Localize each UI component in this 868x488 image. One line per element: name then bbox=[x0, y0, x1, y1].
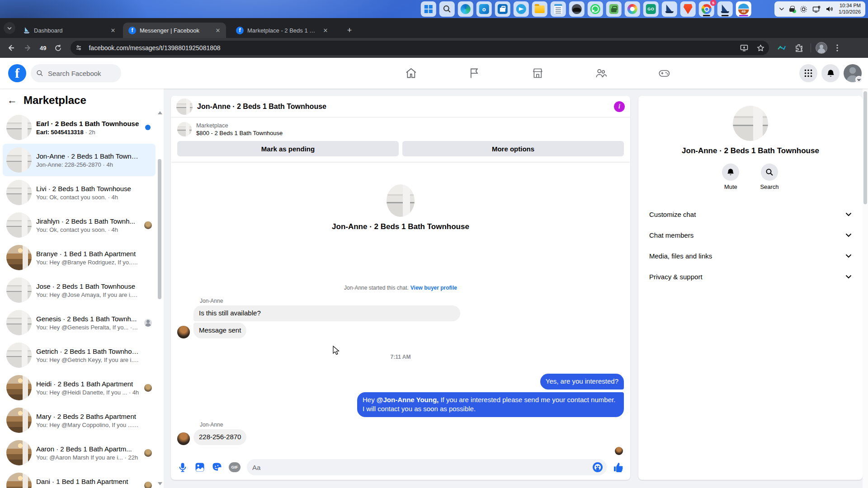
sticker-button[interactable] bbox=[212, 462, 222, 473]
sidebar-scrollbar[interactable] bbox=[157, 110, 162, 486]
scroll-up-arrow[interactable] bbox=[158, 111, 162, 114]
forward-button[interactable] bbox=[21, 41, 35, 55]
tab-close-icon[interactable]: ✕ bbox=[322, 27, 329, 34]
profile-avatar[interactable] bbox=[844, 64, 862, 82]
search-action[interactable]: Search bbox=[760, 164, 778, 190]
taskbar-colorwheel-button[interactable] bbox=[625, 1, 640, 17]
scroll-down-arrow[interactable] bbox=[158, 482, 162, 485]
new-tab-button[interactable]: + bbox=[344, 24, 355, 36]
browser-profile-avatar[interactable] bbox=[816, 42, 827, 54]
taskbar-explorer-button[interactable] bbox=[532, 1, 547, 17]
conversation-item[interactable]: Heidi · 2 Beds 1 Bath Apartment You: Hey… bbox=[3, 371, 156, 404]
chat-avatar[interactable] bbox=[176, 99, 193, 115]
url-bar[interactable]: facebook.com/messages/t/1398801925081808 bbox=[71, 41, 769, 55]
tab-dashboard[interactable]: Dashboard ✕ bbox=[18, 23, 121, 38]
taskbar-sailboat2-button[interactable] bbox=[717, 1, 733, 17]
taskbar-brave-button[interactable] bbox=[680, 1, 696, 17]
taskbar-store-button[interactable] bbox=[495, 1, 510, 17]
taskbar-vpn-button[interactable] bbox=[606, 1, 622, 17]
tab-close-icon[interactable]: ✕ bbox=[214, 27, 222, 34]
extensions-puzzle-icon[interactable] bbox=[792, 41, 806, 55]
conversation-item[interactable]: Aaron · 2 Beds 1 Bath Apartm... You: @Aa… bbox=[3, 436, 156, 469]
taskbar-sailboat-button[interactable] bbox=[662, 1, 677, 17]
message-input-pill[interactable] bbox=[247, 459, 607, 475]
taskbar-outlook-button[interactable]: o bbox=[476, 1, 492, 17]
taskbar-chrome-button[interactable]: S bbox=[699, 1, 714, 17]
view-buyer-profile-link[interactable]: View buyer profile bbox=[410, 285, 457, 291]
conversation-item[interactable]: Getrich · 2 Beds 1 Bath Townhouse You: H… bbox=[3, 339, 156, 371]
pages-flag-nav-icon[interactable] bbox=[468, 67, 481, 80]
facebook-search[interactable] bbox=[31, 64, 121, 82]
gif-button[interactable]: GIF bbox=[229, 462, 241, 472]
chat-info-icon[interactable]: i bbox=[614, 101, 625, 112]
site-settings-icon[interactable] bbox=[73, 42, 84, 53]
taskbar-edge-button[interactable] bbox=[458, 1, 473, 17]
conversation-item[interactable]: Genesis · 2 Beds 1 Bath Townh... You: He… bbox=[3, 306, 156, 339]
url-text[interactable]: facebook.com/messages/t/1398801925081808 bbox=[89, 44, 734, 52]
conversation-item[interactable]: Branye · 1 Bed 1 Bath Apartment You: Hey… bbox=[3, 241, 156, 274]
clock[interactable]: 10:34 PM 1/10/2026 bbox=[839, 3, 861, 15]
reload-button[interactable] bbox=[51, 41, 65, 55]
gaming-nav-icon[interactable] bbox=[658, 67, 670, 80]
tab-title: Messenger | Facebook bbox=[140, 27, 211, 34]
taskbar-notepad-button[interactable] bbox=[551, 1, 566, 17]
search-input[interactable] bbox=[47, 69, 110, 78]
windows-start-button[interactable] bbox=[421, 1, 436, 17]
attach-photo-button[interactable] bbox=[194, 462, 205, 473]
details-section-row[interactable]: Customize chat bbox=[643, 204, 858, 225]
conversation-item[interactable]: Earl · 2 Beds 1 Bath Townhouse Earl: 504… bbox=[3, 111, 156, 144]
conversation-item[interactable]: Mary · 2 Beds 2 Baths Apartment You: Hey… bbox=[3, 404, 156, 436]
taskbar-telegram-button[interactable] bbox=[514, 1, 529, 17]
conversation-item[interactable]: Jirahlyn · 2 Beds 1 Bath Townh... You: O… bbox=[3, 209, 156, 241]
taskbar-proxy-app-button[interactable]: 49 bbox=[736, 1, 751, 17]
conversation-item[interactable]: Livi · 2 Beds 1 Bath Townhouse You: Ok, … bbox=[3, 176, 156, 209]
back-button[interactable] bbox=[4, 41, 18, 55]
tab-search-button[interactable] bbox=[4, 22, 15, 34]
install-icon[interactable] bbox=[738, 42, 750, 54]
voice-clip-button[interactable] bbox=[177, 462, 188, 473]
volume-icon[interactable] bbox=[826, 6, 834, 12]
more-options-button[interactable]: More options bbox=[402, 141, 624, 156]
chat-title[interactable]: Jon-Anne · 2 Beds 1 Bath Townhouse bbox=[197, 103, 609, 111]
taskbar-batman-app-button[interactable] bbox=[569, 1, 585, 17]
mute-action[interactable]: Mute bbox=[722, 164, 739, 190]
facebook-logo[interactable]: f bbox=[8, 64, 26, 82]
details-section-row[interactable]: Chat members bbox=[643, 225, 858, 245]
conversation-item[interactable]: Jose · 2 Beds 1 Bath Townhouse You: Hey … bbox=[3, 274, 156, 306]
conversation-item[interactable]: Dani · 1 Bed 1 Bath Apartment You: @Dani… bbox=[3, 469, 156, 488]
back-arrow-icon[interactable]: ← bbox=[7, 94, 17, 106]
window-scrollbar[interactable] bbox=[863, 89, 868, 488]
emoji-button[interactable] bbox=[593, 462, 603, 472]
conversation-title: Dani · 1 Bed 1 Bath Apartment bbox=[36, 478, 139, 485]
cast-screen-icon[interactable] bbox=[812, 6, 821, 13]
details-section-row[interactable]: Media, files and links bbox=[643, 245, 858, 266]
tab-marketplace[interactable]: f Marketplace - 2 Beds 1 Bath To ✕ bbox=[231, 23, 334, 38]
bell-icon bbox=[722, 164, 739, 181]
taskbar-gologin-button[interactable]: GO bbox=[643, 1, 659, 17]
apps-menu-button[interactable] bbox=[799, 64, 817, 82]
tray-chevron-icon[interactable] bbox=[779, 7, 784, 11]
vpn-tray-icon[interactable] bbox=[789, 6, 795, 12]
home-nav-icon[interactable] bbox=[405, 67, 417, 80]
groups-nav-icon[interactable] bbox=[594, 67, 607, 80]
message-input[interactable] bbox=[247, 464, 571, 471]
like-button[interactable] bbox=[613, 462, 624, 473]
scrollbar-thumb[interactable] bbox=[158, 159, 161, 299]
mark-as-pending-button[interactable]: Mark as pending bbox=[177, 141, 399, 156]
conversation-item[interactable]: Jon-Anne · 2 Beds 1 Bath Townh... Jon-An… bbox=[3, 144, 156, 176]
browser-menu-kebab-icon[interactable] bbox=[830, 41, 844, 55]
taskbar-whatsapp-button[interactable] bbox=[588, 1, 603, 17]
details-section-row[interactable]: Privacy & support bbox=[643, 266, 858, 287]
taskbar-search-button[interactable] bbox=[439, 1, 455, 17]
conversation-preview: You: Ok, contact you soon. bbox=[36, 194, 106, 201]
vpn-extension-icon[interactable] bbox=[774, 41, 789, 55]
marketplace-nav-icon[interactable] bbox=[531, 67, 544, 80]
notifications-button[interactable] bbox=[821, 64, 840, 82]
tab-close-icon[interactable]: ✕ bbox=[109, 27, 117, 34]
bookmark-star-icon[interactable] bbox=[755, 42, 766, 54]
tab-messenger[interactable]: f Messenger | Facebook ✕ bbox=[123, 23, 226, 38]
brightness-icon[interactable] bbox=[800, 5, 807, 13]
system-tray[interactable]: 10:34 PM 1/10/2026 bbox=[774, 1, 865, 17]
scrollbar-thumb[interactable] bbox=[863, 91, 867, 204]
message-scroll-area[interactable]: Jon-Anne · 2 Beds 1 Bath Townhouse Jon-A… bbox=[171, 162, 630, 457]
